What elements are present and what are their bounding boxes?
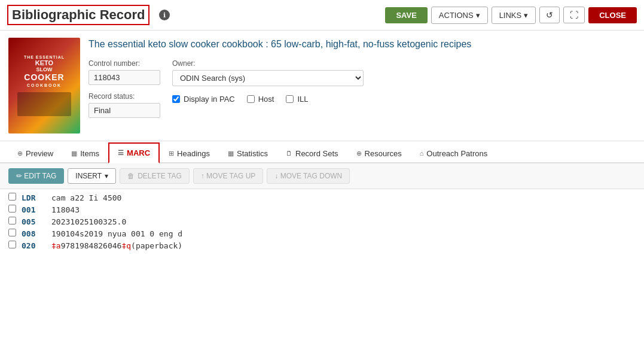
book-section: THE ESSENTIAL KETO SLOW COOKER COOKBOOK … <box>0 31 644 141</box>
marc-checkbox-005[interactable] <box>8 217 16 224</box>
isbn-value: 9781984826046 <box>61 241 122 250</box>
host-checkbox[interactable] <box>247 95 255 103</box>
cover-cookbook: COOKBOOK <box>27 83 62 87</box>
top-bar-actions: SAVE ACTIONS ▾ LINKS ▾ ↺ ⛶ CLOSE <box>385 7 637 24</box>
marc-row-001: 001 118043 <box>8 204 636 215</box>
marc-tag-005[interactable]: 005 <box>22 217 51 226</box>
links-chevron-icon: ▾ <box>524 11 528 20</box>
edit-tag-button[interactable]: ✏ EDIT TAG <box>8 168 64 184</box>
host-group: Host <box>247 95 274 104</box>
owner-select[interactable]: ODIN Search (sys) <box>172 70 364 86</box>
tab-statistics[interactable]: ▦ Statistics <box>219 144 277 163</box>
display-in-pac-label: Display in PAC <box>184 95 235 104</box>
ill-group: ILL <box>286 95 308 104</box>
isbn-qualifier: (paperback) <box>131 241 182 250</box>
refresh-button[interactable]: ↺ <box>539 7 560 23</box>
marc-row-020: 020 ‡a9781984826046‡q(paperback) <box>8 239 636 251</box>
preview-icon: ⊕ <box>17 150 23 157</box>
marc-row-008: 008 190104s2019 nyua 001 0 eng d <box>8 227 636 239</box>
fields-row-1: Control number: Owner: ODIN Search (sys) <box>88 59 636 86</box>
display-in-pac-checkbox[interactable] <box>172 95 180 103</box>
book-cover: THE ESSENTIAL KETO SLOW COOKER COOKBOOK <box>8 38 80 133</box>
actions-button[interactable]: ACTIONS ▾ <box>431 7 488 24</box>
owner-label: Owner: <box>172 59 364 68</box>
record-status-input[interactable] <box>88 103 160 118</box>
statistics-icon: ▦ <box>228 150 234 157</box>
delete-tag-icon: 🗑 <box>127 172 135 180</box>
record-status-label: Record status: <box>88 92 160 101</box>
move-tag-down-button[interactable]: ↓ MOVE TAG DOWN <box>267 168 350 184</box>
save-button[interactable]: SAVE <box>385 7 427 23</box>
links-button[interactable]: LINKS ▾ <box>492 7 536 24</box>
tab-resources[interactable]: ⊕ Resources <box>347 144 411 163</box>
actions-chevron-icon: ▾ <box>476 11 480 20</box>
ill-label: ILL <box>297 95 308 104</box>
marc-checkbox-020[interactable] <box>8 241 16 248</box>
fields-row-2: Record status: Display in PAC Host ILL <box>88 92 636 118</box>
marc-row-ldr: LDR cam a22 Ii 4500 <box>8 192 636 204</box>
owner-group: Owner: ODIN Search (sys) <box>172 59 364 86</box>
move-tag-up-button[interactable]: ↑ MOVE TAG UP <box>193 168 264 184</box>
book-info: The essential keto slow cooker cookbook … <box>88 38 636 133</box>
marc-data-001: 118043 <box>51 205 636 214</box>
marc-table: LDR cam a22 Ii 4500 001 118043 005 20231… <box>0 189 644 254</box>
outreach-icon: ⌂ <box>420 150 424 157</box>
tabs-bar: ⊕ Preview ▦ Items ☰ MARC ⊞ Headings ▦ St… <box>0 141 644 163</box>
cover-slow: SLOW <box>36 66 53 72</box>
marc-tag-001[interactable]: 001 <box>22 205 51 214</box>
control-number-input[interactable] <box>88 70 160 85</box>
fullscreen-button[interactable]: ⛶ <box>563 7 585 23</box>
marc-data-ldr: cam a22 Ii 4500 <box>51 193 636 202</box>
tab-items[interactable]: ▦ Items <box>62 144 108 163</box>
resources-icon: ⊕ <box>356 150 362 157</box>
host-label: Host <box>258 95 274 104</box>
tab-preview[interactable]: ⊕ Preview <box>8 144 62 163</box>
marc-data-008: 190104s2019 nyua 001 0 eng d <box>51 229 636 238</box>
ill-checkbox[interactable] <box>286 95 294 103</box>
tab-headings[interactable]: ⊞ Headings <box>160 144 219 163</box>
tab-outreach-patrons[interactable]: ⌂ Outreach Patrons <box>411 144 497 163</box>
record-status-row: Display in PAC Host ILL <box>172 95 309 104</box>
marc-toolbar: ✏ EDIT TAG INSERT ▾ 🗑 DELETE TAG ↑ MOVE … <box>0 163 644 189</box>
page-title: Bibliographic Record <box>7 5 149 25</box>
subfield-indicator: ‡a <box>51 241 61 250</box>
subfield-q-indicator: ‡q <box>121 241 131 250</box>
tab-marc[interactable]: ☰ MARC <box>108 142 160 163</box>
marc-tag-008[interactable]: 008 <box>22 229 51 238</box>
cover-image-placeholder <box>17 92 71 116</box>
tab-record-sets[interactable]: 🗒 Record Sets <box>277 144 347 163</box>
display-in-pac-group: Display in PAC <box>172 95 235 104</box>
top-bar: Bibliographic Record ℹ SAVE ACTIONS ▾ LI… <box>0 0 644 31</box>
marc-checkbox-008[interactable] <box>8 229 16 236</box>
items-icon: ▦ <box>71 150 77 157</box>
marc-row-005: 005 20231025100325.0 <box>8 215 636 227</box>
cover-cooker: COOKER <box>24 72 64 82</box>
marc-tag-ldr[interactable]: LDR <box>22 193 51 202</box>
marc-icon: ☰ <box>118 149 124 157</box>
control-number-label: Control number: <box>88 59 160 68</box>
marc-tag-020[interactable]: 020 <box>22 241 51 250</box>
record-status-group: Record status: <box>88 92 160 118</box>
insert-chevron-icon: ▾ <box>105 172 108 180</box>
marc-data-005: 20231025100325.0 <box>51 217 636 226</box>
book-title: The essential keto slow cooker cookbook … <box>88 38 636 51</box>
headings-icon: ⊞ <box>169 150 174 157</box>
cover-keto: KETO <box>35 59 53 66</box>
marc-checkbox-ldr[interactable] <box>8 193 16 201</box>
marc-data-020: ‡a9781984826046‡q(paperback) <box>51 241 636 250</box>
insert-button[interactable]: INSERT ▾ <box>68 168 116 184</box>
record-sets-icon: 🗒 <box>286 150 292 157</box>
control-number-group: Control number: <box>88 59 160 85</box>
info-icon[interactable]: ℹ <box>159 10 170 20</box>
marc-checkbox-001[interactable] <box>8 205 16 213</box>
cover-line1: THE ESSENTIAL <box>24 55 65 59</box>
close-button[interactable]: CLOSE <box>588 7 637 23</box>
delete-tag-button[interactable]: 🗑 DELETE TAG <box>120 168 190 184</box>
